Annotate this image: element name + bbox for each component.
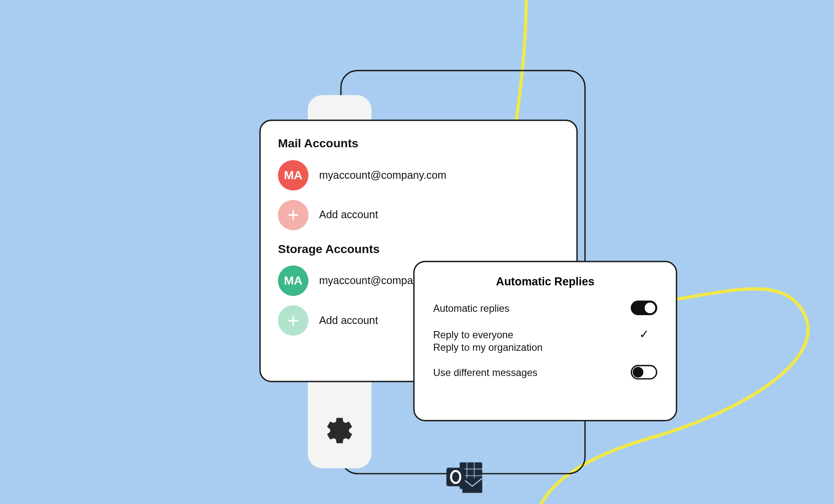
diff-messages-label: Use different messages <box>433 366 537 378</box>
outlook-icon <box>445 460 485 494</box>
auto-replies-label: Automatic replies <box>433 302 509 313</box>
avatar: MA <box>278 265 309 296</box>
avatar-initials: MA <box>284 168 302 182</box>
reply-organization-option[interactable]: Reply to my organization <box>433 342 542 353</box>
mail-account-email: myaccount@company.com <box>319 169 446 181</box>
auto-replies-toggle[interactable] <box>630 300 657 315</box>
avatar-initials: MA <box>284 274 302 287</box>
gear-icon[interactable] <box>324 415 355 446</box>
automatic-replies-title: Automatic Replies <box>433 275 657 289</box>
reply-everyone-option[interactable]: Reply to everyone <box>433 329 513 340</box>
plus-icon: + <box>278 200 309 230</box>
automatic-replies-panel: Automatic Replies Automatic replies Repl… <box>413 261 677 421</box>
add-mail-label: Add account <box>319 209 378 221</box>
diff-messages-toggle[interactable] <box>630 365 657 379</box>
check-icon: ✓ <box>639 327 649 342</box>
avatar: MA <box>278 160 309 191</box>
mail-account-row[interactable]: MA myaccount@company.com <box>278 160 559 191</box>
mail-accounts-heading: Mail Accounts <box>278 137 559 151</box>
plus-icon: + <box>278 305 309 336</box>
add-storage-label: Add account <box>319 314 378 326</box>
storage-accounts-heading: Storage Accounts <box>278 242 559 256</box>
add-mail-account-button[interactable]: + Add account <box>278 200 559 230</box>
